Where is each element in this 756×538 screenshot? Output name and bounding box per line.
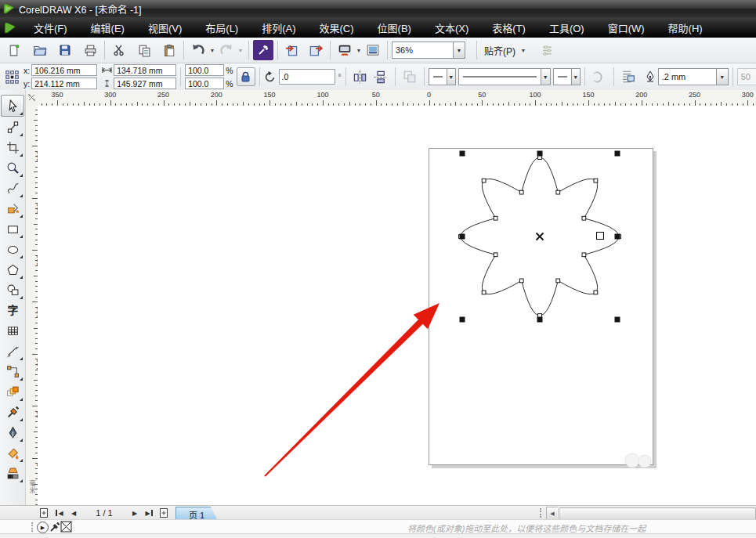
new-document-button[interactable] xyxy=(3,40,24,60)
flyout-arrow[interactable] xyxy=(20,112,23,115)
undo-button[interactable] xyxy=(188,40,208,60)
paste-button[interactable] xyxy=(159,40,179,60)
flyout-arrow[interactable] xyxy=(20,276,23,279)
menu-item[interactable]: 工具(O) xyxy=(537,17,596,38)
mirror-horizontal-button[interactable] xyxy=(350,67,371,87)
redo-button[interactable] xyxy=(216,40,237,60)
scrollbar-thumb[interactable] xyxy=(559,507,756,520)
arrow-start-combo[interactable]: ▼ xyxy=(429,68,456,85)
rectangle-tool[interactable] xyxy=(2,218,24,239)
selection-handle[interactable] xyxy=(615,151,620,157)
flyout-arrow[interactable] xyxy=(20,255,23,258)
selection-handle[interactable] xyxy=(537,317,543,323)
mirror-vertical-button[interactable] xyxy=(371,67,391,87)
flyout-arrow[interactable] xyxy=(20,357,23,360)
zoom-level-combo[interactable]: 36% ▼ xyxy=(392,42,465,59)
options-button[interactable] xyxy=(537,40,557,60)
menu-item[interactable]: 视图(V) xyxy=(136,17,194,38)
outline-width-combo[interactable]: .2 mm ▼ xyxy=(658,68,729,85)
dimension-tool[interactable] xyxy=(2,341,24,361)
drawing-canvas[interactable] xyxy=(38,106,756,505)
copy-button[interactable] xyxy=(134,40,154,60)
first-page-button[interactable]: ◀ xyxy=(53,506,66,520)
redo-dropdown-arrow[interactable]: ▼ xyxy=(237,48,244,53)
page[interactable] xyxy=(429,149,653,465)
save-button[interactable] xyxy=(55,40,75,60)
scale-h-field[interactable] xyxy=(185,64,224,76)
menu-item[interactable]: 效果(C) xyxy=(308,17,366,38)
curve-node[interactable] xyxy=(556,190,560,194)
shape-tool[interactable] xyxy=(2,117,24,137)
object-height-field[interactable] xyxy=(114,78,176,89)
menu-item[interactable]: 帮助(H) xyxy=(657,17,714,38)
launcher-dropdown-arrow[interactable]: ▼ xyxy=(355,48,363,53)
blend-tool[interactable] xyxy=(2,381,24,402)
flyout-arrow[interactable] xyxy=(20,296,23,299)
import-button[interactable] xyxy=(282,40,302,60)
flyout-arrow[interactable] xyxy=(20,194,23,197)
fill-tool[interactable] xyxy=(2,442,24,463)
palette-flyout-button[interactable]: ▶ xyxy=(37,522,49,533)
x-position-field[interactable] xyxy=(31,64,97,76)
object-width-field[interactable] xyxy=(114,64,176,76)
selection-handle[interactable] xyxy=(460,317,465,323)
add-page-back-button[interactable] xyxy=(157,506,170,520)
selection-handle[interactable] xyxy=(460,234,465,240)
selection-handle[interactable] xyxy=(615,234,620,240)
print-button[interactable] xyxy=(80,40,100,60)
misc-value-box[interactable]: 50 xyxy=(737,68,756,85)
text-tool[interactable]: 字 xyxy=(2,300,24,320)
flyout-arrow[interactable] xyxy=(20,459,23,462)
arrow-end-combo[interactable]: ▼ xyxy=(553,68,581,85)
flyout-arrow[interactable] xyxy=(20,174,23,177)
flyout-arrow[interactable] xyxy=(20,377,23,381)
pick-tool[interactable] xyxy=(1,95,24,117)
application-launcher-button[interactable] xyxy=(335,40,355,60)
flyout-arrow[interactable] xyxy=(20,439,23,442)
flyout-arrow[interactable] xyxy=(20,398,23,401)
palette-grip-handle[interactable] xyxy=(31,522,35,532)
selection-handle[interactable] xyxy=(460,151,465,157)
pane-splitter[interactable] xyxy=(540,508,544,518)
flyout-arrow[interactable] xyxy=(20,235,23,238)
menu-item[interactable]: 文件(F) xyxy=(22,17,79,38)
no-fill-swatch[interactable] xyxy=(60,521,72,533)
horizontal-scrollbar[interactable] xyxy=(558,507,756,519)
undo-dropdown-arrow[interactable]: ▼ xyxy=(208,48,216,53)
freehand-tool[interactable] xyxy=(2,178,24,198)
basic-shapes-tool[interactable] xyxy=(2,280,24,300)
menu-item[interactable]: 窗口(W) xyxy=(596,17,657,38)
curve-node[interactable] xyxy=(494,216,497,220)
menu-item[interactable]: 表格(T) xyxy=(480,17,537,38)
flyout-arrow[interactable] xyxy=(20,133,23,136)
selection-handle[interactable] xyxy=(537,151,543,157)
color-eyedropper-tool[interactable] xyxy=(2,402,24,422)
curve-node[interactable] xyxy=(482,291,486,294)
snap-to-button[interactable]: 贴齐(P) ▼ xyxy=(481,44,530,57)
connector-tool[interactable] xyxy=(2,361,24,381)
menu-item[interactable]: 编辑(E) xyxy=(79,17,136,38)
smart-fill-tool[interactable] xyxy=(2,198,24,218)
interactive-fill-tool[interactable] xyxy=(2,463,24,483)
flyout-arrow[interactable] xyxy=(20,215,23,218)
ruler-origin-corner[interactable] xyxy=(26,90,38,107)
previous-page-button[interactable]: ◀ xyxy=(68,506,79,520)
lock-ratio-button[interactable] xyxy=(237,67,255,86)
flyout-arrow[interactable] xyxy=(20,153,23,157)
curve-node[interactable] xyxy=(582,253,586,257)
add-page-front-button[interactable] xyxy=(38,506,50,520)
shape-glyph-node[interactable] xyxy=(597,233,604,240)
eyedropper-icon[interactable] xyxy=(49,522,60,533)
horizontal-ruler[interactable]: 35030025020015010050050100150200250300 xyxy=(38,90,756,107)
open-button[interactable] xyxy=(30,40,50,60)
curve-node[interactable] xyxy=(594,179,598,182)
last-page-button[interactable]: ▶ xyxy=(143,506,155,520)
y-position-field[interactable] xyxy=(31,78,97,89)
rotation-angle-field[interactable] xyxy=(279,69,335,85)
curve-node[interactable] xyxy=(519,279,523,283)
curve-node[interactable] xyxy=(594,291,598,294)
curve-node[interactable] xyxy=(519,190,523,194)
cut-button[interactable] xyxy=(109,40,129,60)
selection-handle[interactable] xyxy=(615,317,620,323)
snap-dropdown-arrow[interactable]: ▼ xyxy=(519,48,527,53)
